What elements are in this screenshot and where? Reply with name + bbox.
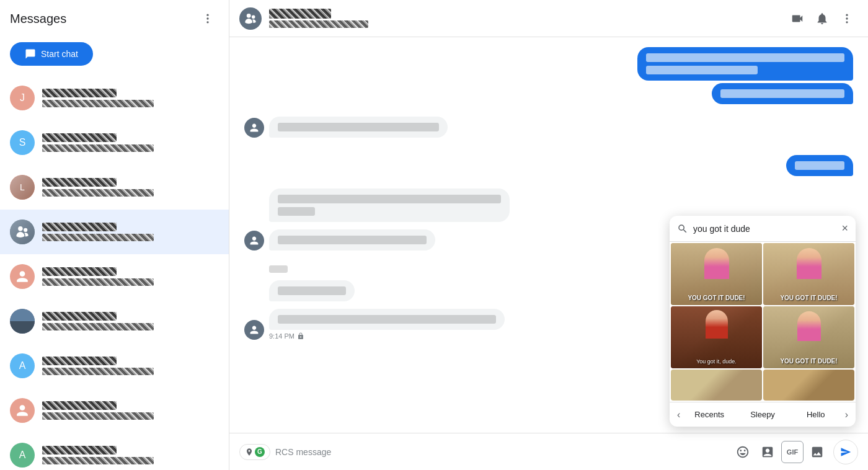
conv-name-anon1 xyxy=(42,267,117,276)
conv-name-a2 xyxy=(42,446,117,454)
conversation-item-anon1[interactable] xyxy=(0,254,229,299)
avatar-l: L xyxy=(10,175,35,200)
sent-bubble-2 xyxy=(795,161,844,170)
conv-content-a1 xyxy=(42,357,219,375)
conv-content-anon1 xyxy=(42,267,219,286)
avatar-anon1 xyxy=(10,264,35,289)
conversation-item-active[interactable] xyxy=(0,210,229,254)
sidebar-title: Messages xyxy=(10,12,66,26)
header-more-options-button[interactable] xyxy=(836,7,858,30)
conversation-item-l[interactable]: L xyxy=(0,165,229,210)
chat-contact-name-redacted xyxy=(269,9,331,19)
conv-name-l xyxy=(42,178,117,187)
conversation-item-anon2[interactable] xyxy=(0,388,229,433)
notifications-button[interactable] xyxy=(811,7,833,30)
conversation-item-city[interactable] xyxy=(0,299,229,344)
svg-point-1 xyxy=(206,17,208,19)
sticker-button[interactable] xyxy=(756,441,779,463)
gif-item-5[interactable] xyxy=(671,370,762,401)
gif-category-sleepy[interactable]: Sleepy xyxy=(736,406,789,423)
gif-item-6[interactable] xyxy=(763,370,854,401)
gif-item-3[interactable]: You got it, dude. xyxy=(671,306,762,368)
svg-point-3 xyxy=(846,14,848,16)
avatar-a1: A xyxy=(10,353,35,378)
gif-figure-3 xyxy=(671,310,762,339)
conv-preview-a1 xyxy=(42,368,154,375)
conv-content-anon2 xyxy=(42,401,219,420)
gif-panel: × YOU GOT IT DUDE! YOU GOT IT DUDE! xyxy=(670,216,856,427)
bubble-line-1 xyxy=(646,53,844,62)
gif-category-next-button[interactable]: › xyxy=(843,407,851,423)
gif-item-4[interactable]: YOU GOT IT DUDE! xyxy=(763,306,854,368)
gif-label-4: YOU GOT IT DUDE! xyxy=(763,358,854,365)
gif-categories: ‹ Recents Sleepy Hello › xyxy=(670,402,856,427)
conversation-item-a1[interactable]: A xyxy=(0,344,229,388)
conv-preview-anon1 xyxy=(42,278,154,286)
message-bubble-recv-4b xyxy=(269,280,355,301)
avatar-s: S xyxy=(10,130,35,155)
conversation-item-a2[interactable]: A xyxy=(0,433,229,470)
conv-name-j xyxy=(42,89,117,97)
gif-category-recents[interactable]: Recents xyxy=(683,406,736,423)
recv-5-line xyxy=(278,315,496,324)
conversation-item-j[interactable]: J xyxy=(0,76,229,120)
recv-bubble-line-1 xyxy=(278,123,439,131)
conv-preview-anon2 xyxy=(42,412,154,420)
start-chat-button[interactable]: Start chat xyxy=(10,42,93,66)
chat-contact-avatar xyxy=(239,7,262,30)
gif-search-icon xyxy=(677,223,688,234)
google-icon: G xyxy=(255,447,265,457)
gif-category-hello[interactable]: Hello xyxy=(789,406,843,423)
conv-preview-l xyxy=(42,189,154,197)
conv-preview-a2 xyxy=(42,457,154,464)
message-bubble-recv-3 xyxy=(269,229,435,251)
message-bubble-sent-2 xyxy=(786,155,853,176)
svg-point-2 xyxy=(206,21,208,23)
message-timestamp: 9:14 PM xyxy=(269,332,505,340)
image-button[interactable] xyxy=(806,441,828,463)
recv-avatar-1 xyxy=(244,118,264,138)
conv-content-a2 xyxy=(42,446,219,464)
gif-item-1[interactable]: YOU GOT IT DUDE! xyxy=(671,243,762,305)
conv-content-active xyxy=(42,223,219,241)
sidebar: Messages Start chat J S L xyxy=(0,0,229,470)
conv-name-a1 xyxy=(42,357,117,365)
gif-category-prev-button[interactable]: ‹ xyxy=(675,407,683,423)
conversation-item-s[interactable]: S xyxy=(0,120,229,165)
gif-item-2[interactable]: YOU GOT IT DUDE! xyxy=(763,243,854,305)
sidebar-header: Messages xyxy=(0,0,229,37)
conv-name-city xyxy=(42,312,117,321)
gif-label: GIF xyxy=(787,448,798,456)
message-input[interactable] xyxy=(275,442,727,462)
input-extras: G xyxy=(239,444,270,460)
sticker-label xyxy=(269,265,288,273)
chat-contact-info xyxy=(269,9,779,28)
location-share-button[interactable]: G xyxy=(239,444,270,460)
gif-figure-1 xyxy=(671,248,762,279)
conv-preview-active xyxy=(42,234,154,241)
conv-content-city xyxy=(42,312,219,330)
conv-content-l xyxy=(42,178,219,197)
message-bubble-recv-2 xyxy=(269,188,510,222)
emoji-button[interactable] xyxy=(732,441,754,463)
svg-point-5 xyxy=(846,21,848,23)
send-button[interactable] xyxy=(833,440,858,464)
conversations-list: J S L xyxy=(0,76,229,470)
recv-avatar-5 xyxy=(244,320,264,340)
conv-preview-j xyxy=(42,100,154,107)
sidebar-more-options-button[interactable] xyxy=(197,7,219,30)
timestamp-text: 9:14 PM xyxy=(269,332,294,340)
recv-2-line-2 xyxy=(278,207,315,216)
gif-person-4 xyxy=(797,311,821,341)
gif-search-clear-button[interactable]: × xyxy=(841,222,848,235)
avatar-city xyxy=(10,309,35,334)
message-row-sent-2 xyxy=(244,155,853,176)
gif-search-input[interactable] xyxy=(693,224,836,234)
video-call-button[interactable] xyxy=(786,7,808,30)
gif-button[interactable]: GIF xyxy=(781,441,804,463)
conv-content-j xyxy=(42,89,219,107)
conv-name-s xyxy=(42,133,117,142)
message-bubble-recv-5 xyxy=(269,309,505,330)
gif-figure-2 xyxy=(763,248,854,279)
gif-person-2 xyxy=(797,248,822,279)
